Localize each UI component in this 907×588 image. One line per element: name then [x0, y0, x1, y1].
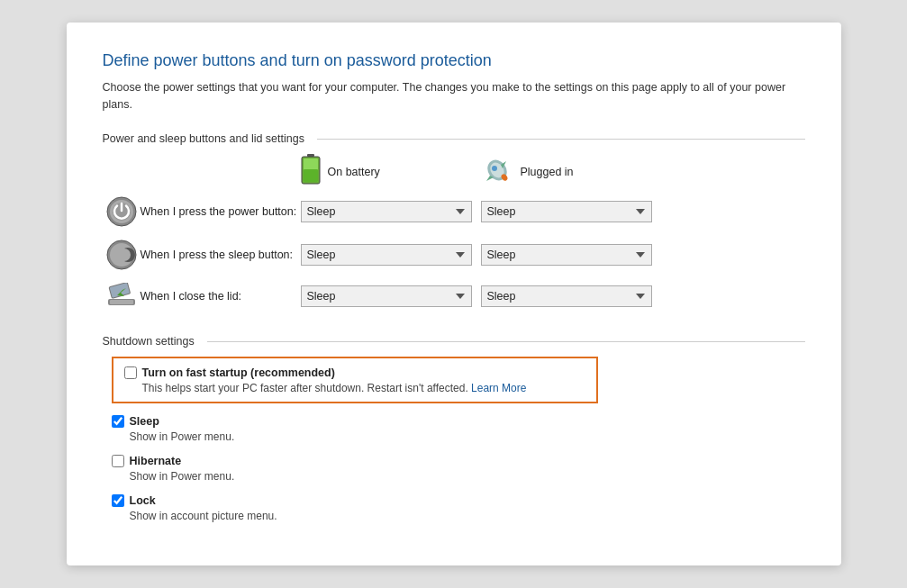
sleep-item: Sleep Show in Power menu.: [112, 414, 805, 443]
power-button-battery-dropdown-wrap: Do nothing Sleep Hibernate Shut down: [301, 201, 472, 222]
section-label-power: Power and sleep buttons and lid settings: [103, 132, 805, 145]
svg-rect-16: [110, 300, 133, 304]
fast-startup-row: Turn on fast startup (recommended): [124, 366, 585, 379]
shutdown-section-label: Shutdown settings: [103, 335, 805, 348]
lid-row: When I close the lid: Do nothing Sleep H…: [103, 283, 805, 310]
lock-row: Lock: [112, 493, 805, 507]
hibernate-label[interactable]: Hibernate: [130, 455, 182, 467]
sleep-button-plugged-select[interactable]: Do nothing Sleep Hibernate Shut down: [481, 244, 652, 266]
svg-rect-3: [304, 169, 318, 182]
lid-battery-dropdown-wrap: Do nothing Sleep Hibernate Shut down: [301, 285, 472, 307]
sleep-row: Sleep: [112, 414, 805, 428]
power-button-plugged-select[interactable]: Do nothing Sleep Hibernate Shut down: [481, 201, 652, 222]
plugged-column-header: Plugged in: [481, 158, 661, 185]
power-button-label: When I press the power button:: [141, 205, 301, 218]
settings-panel: Define power buttons and turn on passwor…: [67, 23, 841, 566]
battery-column-header: On battery: [301, 154, 481, 189]
sleep-button-battery-dropdown-wrap: Do nothing Sleep Hibernate Shut down: [301, 244, 472, 266]
plug-icon: [481, 158, 513, 185]
fast-startup-desc: This helps start your PC faster after sh…: [142, 382, 585, 394]
lid-plugged-dropdown-wrap: Do nothing Sleep Hibernate Shut down: [481, 285, 652, 307]
lid-icon: [103, 283, 141, 310]
fast-startup-item: Turn on fast startup (recommended) This …: [112, 357, 598, 403]
page-subtitle: Choose the power settings that you want …: [103, 79, 805, 113]
lock-checkbox[interactable]: [112, 494, 124, 507]
lock-item: Lock Show in account picture menu.: [112, 493, 805, 522]
hibernate-item: Hibernate Show in Power menu.: [112, 454, 805, 483]
battery-column-label: On battery: [328, 166, 380, 178]
power-button-battery-select[interactable]: Do nothing Sleep Hibernate Shut down: [301, 201, 472, 222]
power-button-icon: [103, 196, 141, 227]
power-settings-table: On battery: [103, 154, 805, 310]
battery-icon: [301, 154, 321, 189]
sleep-button-plugged-dropdown-wrap: Do nothing Sleep Hibernate Shut down: [481, 244, 652, 266]
lid-plugged-select[interactable]: Do nothing Sleep Hibernate Shut down: [481, 285, 652, 307]
sleep-button-row: When I press the sleep button: Do nothin…: [103, 240, 805, 270]
hibernate-row: Hibernate: [112, 454, 805, 467]
hibernate-desc: Show in Power menu.: [130, 470, 805, 483]
column-headers: On battery: [103, 154, 805, 189]
power-button-plugged-dropdown-wrap: Do nothing Sleep Hibernate Shut down: [481, 201, 652, 222]
svg-point-14: [110, 243, 133, 267]
sleep-checkbox[interactable]: [112, 415, 124, 428]
power-button-row: When I press the power button: Do nothin…: [103, 196, 805, 227]
sleep-label[interactable]: Sleep: [130, 415, 159, 428]
sleep-desc: Show in Power menu.: [130, 430, 805, 443]
sleep-button-label: When I press the sleep button:: [141, 249, 301, 261]
fast-startup-label[interactable]: Turn on fast startup (recommended): [142, 366, 335, 379]
plugged-column-label: Plugged in: [521, 166, 574, 178]
svg-point-7: [492, 166, 497, 171]
lock-desc: Show in account picture menu.: [130, 510, 805, 522]
sleep-button-icon: [103, 240, 141, 270]
lid-label: When I close the lid:: [141, 290, 301, 303]
shutdown-checkboxes: Turn on fast startup (recommended) This …: [112, 357, 805, 522]
sleep-button-battery-select[interactable]: Do nothing Sleep Hibernate Shut down: [301, 244, 472, 266]
lid-battery-select[interactable]: Do nothing Sleep Hibernate Shut down: [301, 285, 472, 307]
fast-startup-checkbox[interactable]: [124, 366, 137, 379]
learn-more-link[interactable]: Learn More: [471, 382, 526, 394]
lock-label[interactable]: Lock: [130, 494, 156, 507]
hibernate-checkbox[interactable]: [112, 455, 124, 467]
shutdown-section: Shutdown settings Turn on fast startup (…: [103, 335, 805, 522]
page-title: Define power buttons and turn on passwor…: [103, 51, 805, 70]
